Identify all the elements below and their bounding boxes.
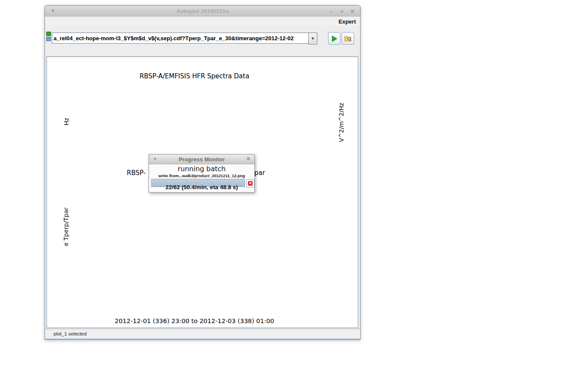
screen: ▼ Autoplot 20190221a – + ✕ Expert ▼ xyxy=(0,0,576,392)
dialog-close-icon[interactable]: ✕ xyxy=(246,156,251,162)
progress-status-label: 22/62 (50.4/min, eta 48.8 s) xyxy=(149,184,254,190)
lineplot-ylabel: e Tperp/Tpar xyxy=(63,197,70,257)
progress-task-label: running batch xyxy=(149,165,254,173)
maximize-icon[interactable]: + xyxy=(339,8,344,15)
status-bar: plot_1 selected xyxy=(45,329,360,339)
spectrogram-title: RBSP-A/EMFISIS HFR Spectra Data xyxy=(47,72,342,80)
menubar: Expert xyxy=(45,17,360,27)
uri-combo-dropdown-icon[interactable]: ▼ xyxy=(308,33,317,45)
status-text: plot_1 selected xyxy=(54,331,87,336)
colorbar-label: V^2/m^2/Hz xyxy=(338,95,346,149)
window-title: Autoplot 20190221a xyxy=(45,8,360,15)
expert-mode-label[interactable]: Expert xyxy=(337,18,360,25)
progress-dialog-title: Progress Monitor xyxy=(149,156,254,163)
progress-detail-label: write /hom...walk3/product_20121211_12.p… xyxy=(149,173,254,178)
canvas-panel: RBSP-A/EMFISIS HFR Spectra Data Hz V^2/m… xyxy=(46,56,358,328)
plot2-title-fragment-left: RBSP- xyxy=(127,169,146,177)
plot2-title-fragment-right: par xyxy=(254,169,265,177)
dataset-status-green-icon xyxy=(46,32,51,36)
uri-toolbar: ▼ xyxy=(45,26,360,47)
dialog-shade-icon[interactable]: ▼ xyxy=(153,157,157,161)
autoplot-window: ▼ Autoplot 20190221a – + ✕ Expert ▼ xyxy=(45,5,361,340)
folder-magnifier-icon xyxy=(344,35,352,42)
tab-strip xyxy=(48,47,360,56)
uri-input[interactable] xyxy=(52,33,308,44)
go-play-button[interactable] xyxy=(328,32,340,45)
window-shade-icon[interactable]: ▼ xyxy=(51,8,55,13)
minimize-icon[interactable]: – xyxy=(328,8,334,15)
time-range-footer: 2012-12-01 (336) 23:00 to 2012-12-03 (33… xyxy=(47,318,342,324)
progress-dialog-titlebar[interactable]: ▼ Progress Monitor ✕ xyxy=(149,154,254,164)
spectrogram-ylabel: Hz xyxy=(63,98,70,145)
play-icon xyxy=(332,36,337,42)
progress-monitor-dialog[interactable]: ▼ Progress Monitor ✕ running batch write… xyxy=(149,154,255,193)
close-icon[interactable]: ✕ xyxy=(350,8,355,15)
window-titlebar[interactable]: ▼ Autoplot 20190221a – + ✕ xyxy=(45,6,360,17)
dataset-status-blue-icon xyxy=(46,37,51,41)
inspect-uri-button[interactable] xyxy=(342,32,354,45)
